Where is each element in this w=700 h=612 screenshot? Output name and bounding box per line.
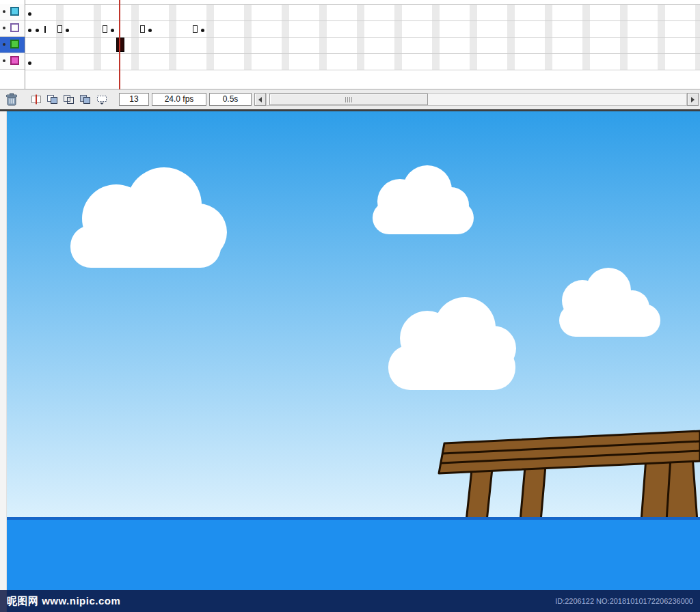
row-divider bbox=[25, 20, 700, 21]
onion-skin-icon bbox=[46, 94, 59, 105]
layer-color-swatch[interactable] bbox=[10, 56, 19, 65]
layer-row-layer-2[interactable] bbox=[0, 20, 25, 37]
frame-marker-dot[interactable] bbox=[64, 20, 72, 37]
elapsed-time-field: 0.5s bbox=[209, 93, 252, 106]
timeline-toolbar: 13 24.0 fps 0.5s bbox=[0, 89, 700, 109]
center-frame-button[interactable] bbox=[30, 94, 42, 105]
frame-marker-dot[interactable] bbox=[109, 20, 117, 37]
layer-row-layer-3[interactable] bbox=[0, 37, 25, 53]
frame-marker-bar[interactable] bbox=[41, 20, 49, 37]
frame-marker-block[interactable] bbox=[116, 37, 124, 53]
frame-marker-dot[interactable] bbox=[199, 20, 207, 37]
layer-row-layer-4[interactable] bbox=[0, 53, 25, 70]
frame-rate-field[interactable]: 24.0 fps bbox=[152, 93, 206, 106]
layer-color-swatch[interactable] bbox=[10, 7, 19, 16]
pasteboard-strip bbox=[0, 111, 7, 612]
onion-skin-controls bbox=[30, 94, 108, 105]
onion-skin-outlines-icon bbox=[63, 94, 75, 105]
frame-marker-dot[interactable] bbox=[26, 53, 34, 70]
scrollbar-track[interactable] bbox=[266, 93, 687, 106]
scrollbar-left-arrow[interactable] bbox=[254, 93, 266, 106]
watermark-bar: 昵图网 www.nipic.com ID:2206122 NO:20181010… bbox=[0, 590, 700, 612]
trash-icon bbox=[4, 92, 19, 107]
watermark-site-text: 昵图网 www.nipic.com bbox=[7, 595, 120, 608]
modify-onion-markers-icon bbox=[96, 94, 108, 105]
row-divider bbox=[25, 4, 700, 5]
row-divider bbox=[25, 70, 700, 70]
layer-state-icon[interactable] bbox=[3, 10, 5, 13]
playhead[interactable] bbox=[119, 0, 120, 89]
edit-multiple-frames-icon bbox=[79, 94, 92, 105]
layer-state-icon[interactable] bbox=[3, 27, 5, 29]
row-divider bbox=[25, 37, 700, 38]
right-arrow-icon bbox=[691, 97, 695, 102]
timeline-scrollbar[interactable] bbox=[254, 93, 699, 106]
water-edge-line bbox=[7, 517, 700, 520]
modify-onion-markers-button[interactable] bbox=[96, 94, 108, 105]
layer-column-divider bbox=[25, 0, 25, 89]
left-arrow-icon bbox=[258, 97, 262, 102]
onion-skin-outlines-button[interactable] bbox=[63, 94, 75, 105]
timeline-panel: 13 24.0 fps 0.5s bbox=[0, 0, 700, 111]
layer-color-swatch[interactable] bbox=[10, 40, 19, 48]
layer-color-swatch[interactable] bbox=[10, 23, 19, 32]
frame-marker-dot[interactable] bbox=[146, 20, 154, 37]
onion-skin-button[interactable] bbox=[46, 94, 59, 105]
layer-row-layer-1[interactable] bbox=[0, 4, 25, 20]
stage-canvas[interactable] bbox=[0, 111, 700, 612]
delete-layer-button[interactable] bbox=[4, 92, 19, 107]
current-frame-field[interactable]: 13 bbox=[119, 93, 149, 106]
row-divider bbox=[25, 53, 700, 54]
stage-artwork bbox=[0, 111, 700, 612]
watermark-id-text: ID:2206122 NO:20181010172206236000 bbox=[555, 597, 693, 605]
scrollbar-right-arrow[interactable] bbox=[687, 93, 699, 106]
center-frame-icon bbox=[30, 94, 42, 105]
layer-state-icon[interactable] bbox=[3, 59, 5, 62]
layer-state-icon[interactable] bbox=[3, 43, 5, 46]
scrollbar-thumb[interactable] bbox=[269, 94, 428, 105]
frame-marker-dot[interactable] bbox=[26, 4, 34, 20]
frames-grid[interactable] bbox=[25, 0, 700, 89]
timeline-layer-list bbox=[0, 4, 25, 70]
edit-multiple-frames-button[interactable] bbox=[79, 94, 92, 105]
